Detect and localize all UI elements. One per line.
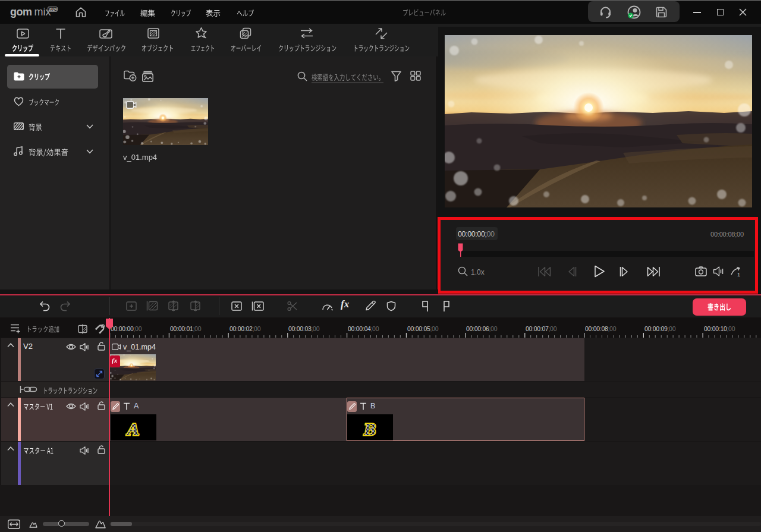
svg-text:1: 1 [737, 272, 740, 277]
svg-text:A: A [126, 419, 139, 439]
svg-text:B: B [363, 419, 376, 439]
